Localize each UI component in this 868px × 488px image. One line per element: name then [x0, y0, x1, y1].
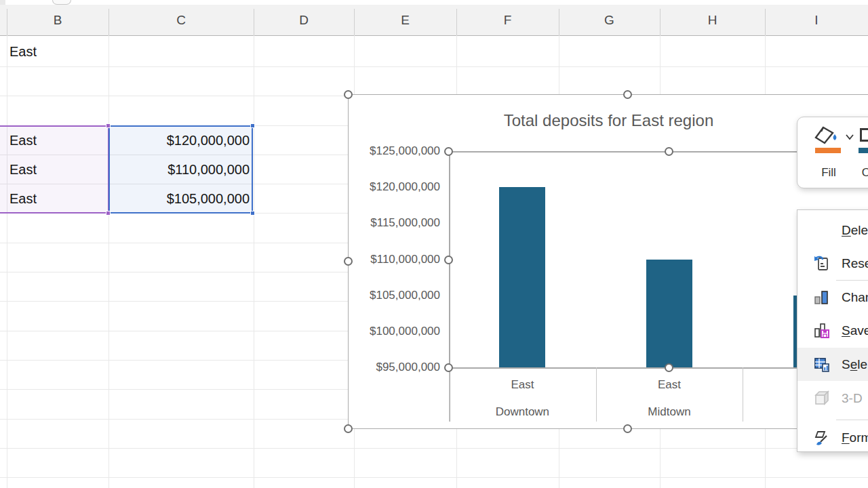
reset-icon — [813, 255, 831, 272]
range-handle[interactable] — [106, 123, 111, 128]
format-icon — [813, 429, 831, 447]
excel-app: B C D E F G H I East East East East $120… — [0, 0, 868, 488]
fill-button[interactable]: Fill — [810, 121, 854, 182]
column-header-G[interactable]: G — [559, 5, 660, 35]
fill-bucket-icon — [814, 125, 841, 148]
outline-square-icon — [860, 128, 868, 142]
y-axis-tick-label[interactable]: $125,000,000 — [349, 144, 440, 158]
column-header-F[interactable]: F — [456, 5, 559, 35]
cell-B6[interactable]: East — [9, 189, 104, 208]
plot-handle[interactable] — [665, 363, 673, 372]
menu-item-change-chart-type[interactable]: Chan — [797, 281, 868, 314]
plot-handle[interactable] — [665, 147, 673, 156]
cell-B5[interactable]: East — [9, 160, 104, 179]
outline-label: Ou — [850, 165, 868, 181]
outline-color-swatch — [859, 148, 868, 153]
change-chart-type-icon — [813, 289, 831, 306]
column-header-I[interactable]: I — [765, 5, 868, 35]
range-handle[interactable] — [106, 211, 111, 216]
bar-series-point[interactable] — [646, 260, 692, 368]
fill-label: Fill — [810, 165, 848, 181]
chart[interactable]: Total deposits for East region $125,000,… — [348, 94, 868, 429]
x-axis-label-line1[interactable]: East — [461, 378, 583, 392]
menu-separator — [836, 420, 868, 420]
cell-B1[interactable]: East — [9, 42, 104, 61]
chart-handle[interactable] — [344, 90, 353, 99]
outline-button[interactable]: Ou — [856, 121, 868, 182]
column-header-H[interactable]: H — [660, 5, 765, 35]
chart-title[interactable]: Total deposits for East region — [379, 110, 838, 131]
category-separator — [596, 367, 597, 422]
save-as-template-icon — [813, 322, 831, 340]
3d-rotation-icon — [813, 390, 831, 407]
column-header-C[interactable]: C — [108, 5, 254, 35]
column-gridline — [108, 35, 109, 488]
mini-toolbar: Fill Ou — [797, 117, 868, 188]
context-menu: Dele Rese Chan — [797, 209, 868, 452]
chart-handle[interactable] — [623, 90, 632, 99]
menu-item-delete[interactable]: Dele — [797, 214, 868, 247]
cell-B4[interactable]: East — [9, 131, 104, 150]
y-axis-tick-label[interactable]: $95,000,000 — [349, 361, 440, 374]
top-notch — [52, 0, 71, 5]
plot-handle[interactable] — [444, 256, 453, 264]
y-axis-tick-label[interactable]: $110,000,000 — [349, 253, 440, 266]
x-axis-label-line1[interactable]: East — [608, 378, 730, 392]
plot-handle[interactable] — [444, 147, 453, 156]
select-data-icon — [813, 356, 831, 373]
chart-handle[interactable] — [344, 257, 353, 266]
chart-handle[interactable] — [344, 424, 353, 433]
bar-series-point[interactable] — [499, 187, 545, 367]
top-strip — [0, 0, 868, 5]
menu-item-save-as-template[interactable]: Save — [797, 314, 868, 347]
chart-handle[interactable] — [623, 424, 632, 433]
y-axis-tick-label[interactable]: $105,000,000 — [349, 289, 440, 302]
column-gridline — [7, 35, 7, 488]
column-gridline — [254, 35, 254, 488]
category-separator — [449, 367, 450, 422]
fill-color-swatch — [815, 148, 841, 153]
y-axis-tick-label[interactable]: $115,000,000 — [349, 216, 440, 230]
menu-item-reset-to-match-style[interactable]: Rese — [797, 247, 868, 280]
x-axis-label-line2[interactable]: Downtown — [461, 405, 583, 419]
column-header-row: B C D E F G H I — [0, 5, 868, 36]
column-header-E[interactable]: E — [354, 5, 456, 35]
cell-C5[interactable]: $110,000,000 — [108, 160, 250, 179]
x-axis-label-line2[interactable]: Midtown — [608, 405, 730, 419]
no-icon — [813, 222, 831, 239]
menu-item-format[interactable]: Form — [797, 421, 868, 454]
category-separator — [743, 367, 743, 422]
top-strip-corner — [0, 0, 5, 5]
y-axis-tick-label[interactable]: $120,000,000 — [349, 180, 440, 194]
range-handle[interactable] — [250, 123, 255, 128]
menu-item-select-data[interactable]: Sele — [797, 348, 868, 381]
chevron-down-icon[interactable] — [845, 134, 854, 140]
column-header-B[interactable]: B — [7, 5, 108, 35]
y-axis-tick-label[interactable]: $100,000,000 — [349, 325, 440, 338]
cell-C4[interactable]: $120,000,000 — [108, 131, 250, 150]
range-handle[interactable] — [250, 211, 255, 216]
menu-item-3d-rotation: 3-D — [797, 382, 868, 415]
plot-handle[interactable] — [444, 363, 453, 372]
column-header-D[interactable]: D — [254, 5, 354, 35]
cell-C6[interactable]: $105,000,000 — [108, 189, 250, 208]
